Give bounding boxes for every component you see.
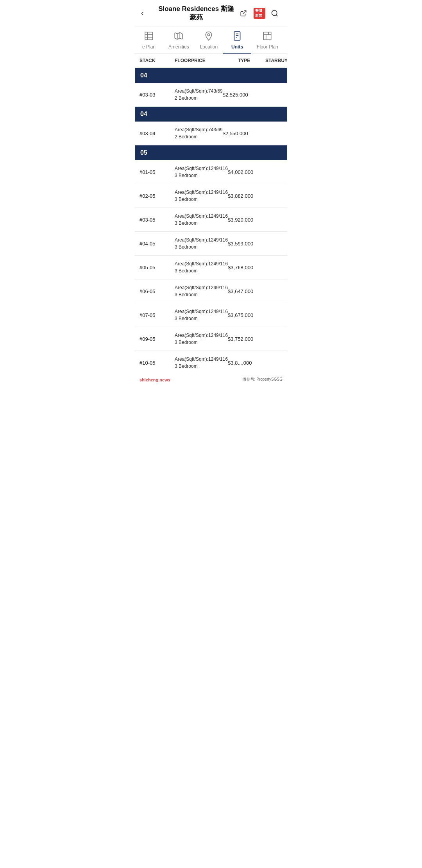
cell-type-info: Area(Sqft/Sqm):1249/116 3 Bedroom (175, 165, 228, 179)
cell-price: $3,599,000 (228, 241, 275, 247)
tab-floor-plan-left[interactable]: e Plan (135, 27, 163, 54)
watermark-right: 微信号: PropertySGSG (243, 377, 283, 382)
table-row[interactable]: #03-03Area(Sqft/Sqm):743/69 2 Bedroom$2,… (135, 83, 287, 107)
cell-unit: #02-05 (139, 193, 175, 199)
app-header: ‹ Sloane Residences 斯隆豪苑 狮城新闻 (135, 0, 287, 27)
page-title: Sloane Residences 斯隆豪苑 (155, 5, 237, 22)
cell-price: $3,768,000 (228, 265, 275, 270)
cell-type-info: Area(Sqft/Sqm):743/69 2 Bedroom (175, 126, 223, 140)
col-stack: STACK (139, 58, 175, 63)
svg-line-2 (276, 15, 278, 16)
table-row[interactable]: #01-05Area(Sqft/Sqm):1249/116 3 Bedroom$… (135, 160, 287, 184)
tab-navigation: e Plan Amenities Location Units (135, 27, 287, 54)
tab-floor-plan-label: Floor Plan (257, 44, 278, 50)
svg-rect-12 (264, 32, 272, 40)
cell-type-info: Area(Sqft/Sqm):1249/116 3 Bedroom (175, 260, 228, 274)
cell-unit: #04-05 (139, 241, 175, 247)
cell-unit: #06-05 (139, 288, 175, 294)
cell-price: $3,920,000 (228, 217, 275, 223)
cell-unit: #07-05 (139, 312, 175, 318)
cell-type-info: Area(Sqft/Sqm):743/69 2 Bedroom (175, 88, 223, 102)
table-row[interactable]: #05-05Area(Sqft/Sqm):1249/116 3 Bedroom$… (135, 256, 287, 279)
svg-line-0 (243, 11, 246, 14)
cell-price: $2,550,000 (223, 131, 270, 136)
col-floor: FLOOR (175, 58, 191, 63)
external-link-button[interactable] (237, 7, 250, 20)
table-row[interactable]: #02-05Area(Sqft/Sqm):1249/116 3 Bedroom$… (135, 184, 287, 208)
back-button[interactable]: ‹ (141, 8, 155, 18)
stack-group-header-04: 04 (135, 68, 287, 83)
watermark-left: shicheng.news (139, 378, 170, 382)
tab-amenities[interactable]: Amenities (163, 27, 195, 54)
table-row[interactable]: #06-05Area(Sqft/Sqm):1249/116 3 Bedroom$… (135, 279, 287, 303)
table-row[interactable]: #09-05Area(Sqft/Sqm):1249/116 3 Bedroom$… (135, 327, 287, 351)
cell-price: $3,647,000 (228, 288, 275, 294)
tab-location[interactable]: Location (195, 27, 223, 54)
stack-group-header-04: 04 (135, 107, 287, 122)
floor-plan-left-icon (144, 31, 154, 43)
table-row[interactable]: #03-05Area(Sqft/Sqm):1249/116 3 Bedroom$… (135, 208, 287, 232)
table-row[interactable]: #07-05Area(Sqft/Sqm):1249/116 3 Bedroom$… (135, 303, 287, 327)
header-icons: 狮城新闻 (237, 7, 281, 20)
stack-group-header-05: 05 (135, 145, 287, 160)
cell-price: $3,882,000 (228, 193, 275, 199)
col-starbuy: STARBUY (265, 58, 287, 63)
amenities-icon (173, 31, 184, 43)
search-button[interactable] (268, 7, 281, 20)
svg-rect-3 (145, 32, 153, 40)
watermark-bar: shicheng.news 微信号: PropertySGSG (135, 374, 287, 385)
cell-unit: #03-05 (139, 217, 175, 223)
tab-location-label: Location (200, 44, 218, 50)
table-row[interactable]: #03-04Area(Sqft/Sqm):743/69 2 Bedroom$2,… (135, 122, 287, 145)
cell-price: $3,8...,000 (228, 360, 275, 366)
cell-unit: #01-05 (139, 169, 175, 175)
cell-unit: #03-03 (139, 92, 175, 98)
cell-price: $3,675,000 (228, 312, 275, 318)
cell-price: $3,752,000 (228, 336, 275, 342)
tab-units-label: Units (231, 44, 243, 50)
svg-point-7 (208, 34, 210, 36)
svg-rect-8 (234, 32, 240, 40)
tab-floor-plan-left-label: e Plan (142, 44, 156, 50)
location-icon (204, 31, 214, 43)
cell-type-info: Area(Sqft/Sqm):1249/116 3 Bedroom (175, 213, 228, 227)
cell-type-info: Area(Sqft/Sqm):1249/116 3 Bedroom (175, 284, 228, 298)
cell-type-info: Area(Sqft/Sqm):1249/116 3 Bedroom (175, 236, 228, 251)
cell-unit: #09-05 (139, 336, 175, 342)
table-row[interactable]: #04-05Area(Sqft/Sqm):1249/116 3 Bedroom$… (135, 232, 287, 256)
tab-floor-plan[interactable]: Floor Plan (251, 27, 284, 54)
floor-plan-icon (262, 31, 272, 43)
table-header: STACK FLOOR PRICE TYPE STARBUY (135, 54, 287, 68)
svg-point-1 (272, 11, 277, 16)
cell-unit: #03-04 (139, 131, 175, 136)
col-type: TYPE (238, 58, 265, 63)
table-row[interactable]: #10-05Area(Sqft/Sqm):1249/116 3 Bedroom$… (135, 351, 287, 374)
cell-type-info: Area(Sqft/Sqm):1249/116 3 Bedroom (175, 356, 228, 370)
cell-type-info: Area(Sqft/Sqm):1249/116 3 Bedroom (175, 332, 228, 346)
tab-amenities-label: Amenities (168, 44, 189, 50)
cell-price: $2,525,000 (223, 92, 270, 98)
cell-unit: #05-05 (139, 265, 175, 270)
news-badge-button[interactable]: 狮城新闻 (253, 7, 265, 20)
cell-unit: #10-05 (139, 360, 175, 366)
tab-units[interactable]: Units (223, 27, 251, 54)
cell-price: $4,002,000 (228, 169, 275, 175)
units-icon (232, 31, 242, 43)
units-table-body: 04#03-03Area(Sqft/Sqm):743/69 2 Bedroom$… (135, 68, 287, 374)
news-badge-label: 狮城新闻 (254, 8, 265, 19)
cell-type-info: Area(Sqft/Sqm):1249/116 3 Bedroom (175, 308, 228, 322)
cell-type-info: Area(Sqft/Sqm):1249/116 3 Bedroom (175, 189, 228, 203)
col-price: PRICE (191, 58, 238, 63)
